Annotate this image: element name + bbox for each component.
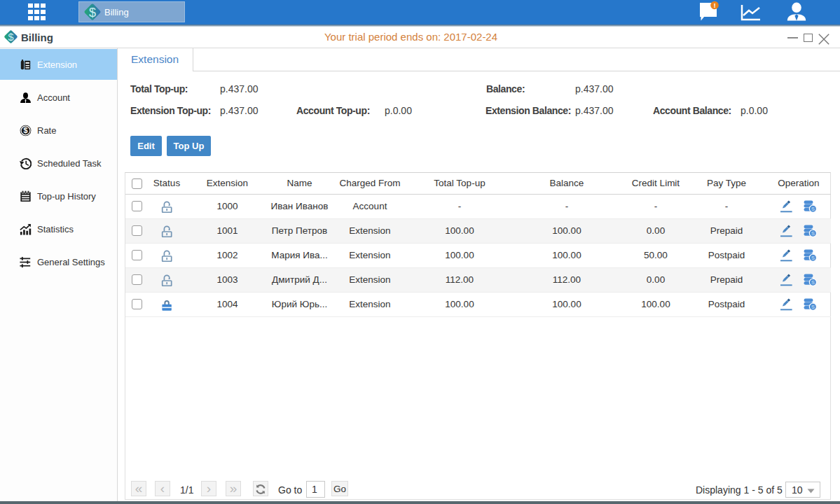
svg-text:!: ! — [713, 1, 715, 9]
svg-text:$: $ — [89, 6, 96, 20]
svg-text:$: $ — [24, 126, 28, 134]
